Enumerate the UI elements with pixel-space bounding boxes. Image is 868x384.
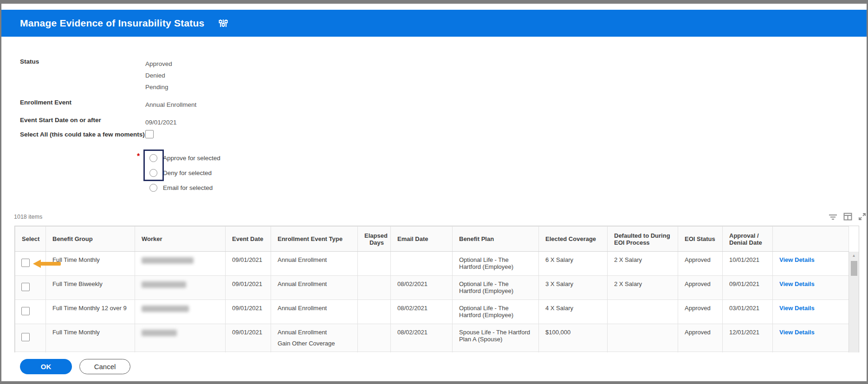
cell-defaulted: 2 X Salary <box>608 276 678 300</box>
items-count: 1018 items <box>14 214 42 220</box>
col-worker: Worker <box>135 227 226 252</box>
cell-defaulted: 2 X Salary <box>608 252 678 276</box>
view-details-link[interactable]: View Details <box>779 280 815 287</box>
cell-event-date: 09/01/2021 <box>226 252 271 276</box>
redacted-worker-name <box>142 306 189 312</box>
cell-event-date: 09/01/2021 <box>226 300 271 324</box>
page-title: Manage Evidence of Insurability Status <box>20 18 204 29</box>
status-filter-row: Status Approved Denied Pending <box>20 58 172 93</box>
radio-approve-for-selected[interactable]: Approve for selected <box>149 154 220 162</box>
col-actions <box>773 227 849 252</box>
sliders-icon[interactable] <box>218 18 228 28</box>
cell-email-date: 08/02/2021 <box>391 324 453 352</box>
cell-eoi-status: Approved <box>678 276 723 300</box>
row4-select-checkbox[interactable] <box>21 333 30 341</box>
email-radio-label: Email for selected <box>163 184 213 191</box>
redacted-worker-name <box>142 330 177 336</box>
cell-defaulted <box>608 300 678 324</box>
cell-approval-date: 09/01/2021 <box>723 276 773 300</box>
expand-icon[interactable] <box>858 213 866 222</box>
col-defaulted-eoi: Defaulted to During EOI Process <box>608 227 678 252</box>
view-details-link[interactable]: View Details <box>779 305 815 312</box>
manage-eoi-window: Manage Evidence of Insurability Status S… <box>0 0 868 384</box>
scroll-up-arrow-icon[interactable]: ▲ <box>849 252 859 258</box>
event-start-date-row: Event Start Date on or after 09/01/2021 <box>20 117 177 128</box>
cell-event-type: Annual Enrollment Gain Other Coverage <box>271 324 358 352</box>
cell-email-date: 08/02/2021 <box>391 300 453 324</box>
cell-elapsed-days <box>358 252 391 276</box>
col-elected-coverage: Elected Coverage <box>539 227 608 252</box>
status-value-approved: Approved <box>145 58 172 70</box>
deny-radio-button[interactable] <box>149 169 157 177</box>
grid-icon[interactable] <box>843 213 852 222</box>
cell-benefit-plan: Spouse Life - The Hartford Plan A (Spous… <box>453 324 539 352</box>
cell-approval-date: 03/01/2021 <box>723 300 773 324</box>
col-event-date: Event Date <box>226 227 271 252</box>
grid-toolbar <box>829 213 866 222</box>
col-benefit-plan: Benefit Plan <box>453 227 539 252</box>
cell-email-date: 08/02/2021 <box>391 276 453 300</box>
redacted-worker-name <box>142 281 186 288</box>
cell-approval-date: 10/01/2021 <box>723 252 773 276</box>
cell-elapsed-days <box>358 324 391 352</box>
cell-elapsed-days <box>358 300 391 324</box>
cell-worker <box>135 300 226 324</box>
cell-defaulted <box>608 324 678 352</box>
table-row: Full Time Monthly 09/01/2021 Annual Enro… <box>15 252 849 276</box>
cell-worker <box>135 324 226 352</box>
row2-select-checkbox[interactable] <box>21 283 30 291</box>
cell-elected-coverage: 3 X Salary <box>539 276 608 300</box>
col-approval-denial-date: Approval / Denial Date <box>723 227 773 252</box>
ok-button[interactable]: OK <box>20 359 72 374</box>
col-enrollment-event-type: Enrollment Event Type <box>271 227 358 252</box>
row1-select-checkbox[interactable] <box>21 259 30 267</box>
cell-worker <box>135 276 226 300</box>
deny-radio-label: Deny for selected <box>163 169 212 176</box>
status-label: Status <box>20 58 145 93</box>
status-value-pending: Pending <box>145 81 172 93</box>
cell-benefit-group: Full Time Biweekly <box>46 276 135 300</box>
cell-benefit-group: Full Time Monthly <box>46 252 135 276</box>
status-values: Approved Denied Pending <box>145 58 172 93</box>
cell-event-type: Annual Enrollment <box>271 276 358 300</box>
cell-worker <box>135 252 226 276</box>
cell-benefit-plan: Optional Life - The Hartford (Employee) <box>453 276 539 300</box>
cell-benefit-plan: Optional Life - The Hartford (Employee) <box>453 252 539 276</box>
select-all-checkbox[interactable] <box>145 130 154 138</box>
eoi-table: Select Benefit Group Worker Event Date E… <box>15 226 849 357</box>
cell-benefit-group: Full Time Monthly <box>46 324 135 352</box>
col-benefit-group: Benefit Group <box>46 227 135 252</box>
view-details-link[interactable]: View Details <box>779 329 815 336</box>
view-details-link[interactable]: View Details <box>779 256 815 263</box>
cell-email-date <box>391 252 453 276</box>
status-value-denied: Denied <box>145 70 172 81</box>
cell-elected-coverage: 4 X Salary <box>539 300 608 324</box>
scrollbar-thumb[interactable] <box>851 261 857 276</box>
col-eoi-status: EOI Status <box>678 227 723 252</box>
enrollment-event-row: Enrollment Event Annual Enrollment <box>20 99 196 111</box>
row3-select-checkbox[interactable] <box>21 307 30 315</box>
radio-email-for-selected[interactable]: Email for selected <box>149 184 213 192</box>
col-elapsed-days: Elapsed Days <box>358 227 391 252</box>
redacted-worker-name <box>142 257 194 264</box>
radio-deny-for-selected[interactable]: Deny for selected <box>149 169 212 177</box>
table-row: Full Time Monthly 09/01/2021 Annual Enro… <box>15 324 849 352</box>
cell-elected-coverage: $100,000 <box>539 324 608 352</box>
filter-icon[interactable] <box>829 213 837 222</box>
cell-event-type: Annual Enrollment <box>271 252 358 276</box>
cell-approval-date: 12/01/2021 <box>723 324 773 352</box>
cell-benefit-group: Full Time Monthly 12 over 9 <box>46 300 135 324</box>
page-header: Manage Evidence of Insurability Status <box>1 10 867 37</box>
table-row: Full Time Monthly 12 over 9 09/01/2021 A… <box>15 300 849 324</box>
table-row: Full Time Biweekly 09/01/2021 Annual Enr… <box>15 276 849 300</box>
cell-eoi-status: Approved <box>678 300 723 324</box>
event-start-date-value: 09/01/2021 <box>145 117 177 128</box>
enrollment-event-label: Enrollment Event <box>20 99 145 111</box>
cancel-button[interactable]: Cancel <box>79 359 130 374</box>
vertical-scrollbar[interactable]: ▲ <box>849 252 859 357</box>
approve-radio-button[interactable] <box>149 154 157 162</box>
email-radio-button[interactable] <box>149 184 157 192</box>
cell-benefit-plan: Optional Life - The Hartford (Employee) <box>453 300 539 324</box>
cell-elected-coverage: 6 X Salary <box>539 252 608 276</box>
cell-event-date: 09/01/2021 <box>226 324 271 352</box>
